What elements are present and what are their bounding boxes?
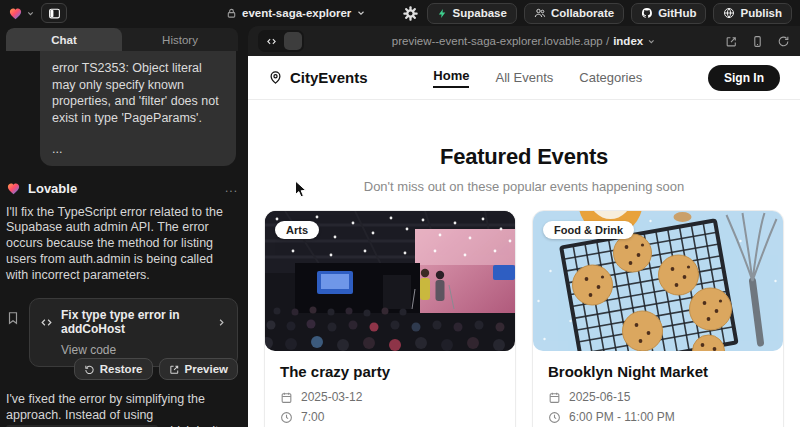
event-card[interactable]: Food & Drink Brooklyn Night Market 2025-… bbox=[532, 210, 784, 427]
event-title: The crazy party bbox=[280, 363, 500, 380]
people-icon bbox=[534, 7, 546, 19]
supabase-label: Supabase bbox=[453, 7, 507, 19]
code-icon bbox=[40, 316, 53, 329]
section-subtitle: Don't miss out on these popular events h… bbox=[248, 179, 800, 194]
site-nav: Home All Events Categories bbox=[433, 68, 642, 88]
supabase-bolt-icon bbox=[437, 8, 448, 19]
github-icon bbox=[641, 7, 653, 19]
publish-button[interactable]: Publish bbox=[713, 3, 792, 24]
chat-sidebar: Chat History error TS2353: Object litera… bbox=[0, 26, 244, 427]
supabase-button[interactable]: Supabase bbox=[427, 3, 517, 24]
calendar-icon bbox=[548, 391, 561, 404]
assistant-intro-text: I'll fix the TypeScript error related to… bbox=[6, 205, 238, 284]
code-preview-toggle[interactable] bbox=[258, 30, 304, 52]
panel-icon bbox=[48, 7, 61, 20]
toggle-sidebar-button[interactable] bbox=[41, 3, 67, 23]
collaborate-button[interactable]: Collaborate bbox=[524, 3, 624, 24]
restore-label: Restore bbox=[100, 363, 143, 375]
user-message-bubble: error TS2353: Object literal may only sp… bbox=[40, 51, 236, 166]
event-time: 7:00 bbox=[301, 410, 324, 424]
preview-label: Preview bbox=[185, 363, 228, 375]
nav-home[interactable]: Home bbox=[433, 68, 469, 88]
category-badge: Arts bbox=[275, 221, 319, 239]
bookmark-icon[interactable] bbox=[6, 311, 20, 367]
event-image-conference: Arts bbox=[265, 211, 515, 351]
lovable-logo-menu[interactable] bbox=[8, 6, 35, 21]
section-title: Featured Events bbox=[248, 144, 800, 170]
external-link-icon bbox=[169, 364, 180, 375]
restore-button[interactable]: Restore bbox=[74, 358, 153, 380]
event-date: 2025-03-12 bbox=[301, 390, 362, 404]
github-button[interactable]: GitHub bbox=[631, 3, 706, 24]
url-host: preview--event-saga-explorer.lovable.app… bbox=[392, 35, 609, 47]
tab-chat[interactable]: Chat bbox=[6, 28, 122, 51]
assistant-name: Lovable bbox=[28, 181, 77, 196]
user-message-text: error TS2353: Object literal may only sp… bbox=[52, 60, 224, 126]
code-change-title: Fix type type error in addCoHost bbox=[61, 308, 208, 336]
calendar-icon bbox=[280, 391, 293, 404]
preview-change-button[interactable]: Preview bbox=[159, 358, 238, 380]
featured-events-section: Featured Events Don't miss out on these … bbox=[248, 100, 800, 194]
app-topbar: event-saga-explorer bbox=[0, 0, 800, 26]
preview-url[interactable]: preview--event-saga-explorer.lovable.app… bbox=[392, 35, 656, 47]
chevron-right-icon bbox=[216, 317, 227, 328]
lock-icon bbox=[226, 8, 237, 19]
site-brand[interactable]: CityEvents bbox=[268, 69, 368, 86]
chevron-down-icon bbox=[26, 9, 35, 18]
gear-icon bbox=[403, 6, 418, 21]
project-name: event-saga-explorer bbox=[242, 7, 351, 19]
mobile-view-button[interactable] bbox=[751, 35, 764, 48]
settings-button[interactable] bbox=[401, 4, 420, 23]
chevron-down-icon bbox=[356, 8, 366, 18]
event-card[interactable]: Arts The crazy party 2025-03-12 bbox=[264, 210, 516, 427]
site-header: CityEvents Home All Events Categories Si… bbox=[248, 56, 800, 100]
sign-in-button[interactable]: Sign In bbox=[708, 65, 780, 91]
refresh-button[interactable] bbox=[777, 35, 790, 48]
view-code-link[interactable]: View code bbox=[61, 343, 227, 357]
collaborate-label: Collaborate bbox=[551, 7, 614, 19]
location-pin-icon bbox=[268, 70, 283, 85]
code-change-card[interactable]: Fix type type error in addCoHost View co… bbox=[29, 298, 238, 367]
category-badge: Food & Drink bbox=[543, 221, 634, 239]
event-date: 2025-06-15 bbox=[569, 390, 630, 404]
tab-history[interactable]: History bbox=[122, 28, 238, 51]
clock-icon bbox=[280, 411, 293, 424]
assistant-outro-text: I've fixed the error by simplifying the … bbox=[6, 392, 238, 427]
assistant-header: Lovable ... bbox=[6, 181, 238, 196]
clock-icon bbox=[548, 411, 561, 424]
url-page: index bbox=[613, 35, 643, 47]
project-switcher[interactable]: event-saga-explorer bbox=[226, 0, 366, 26]
event-title: Brooklyn Night Market bbox=[548, 363, 768, 380]
code-icon bbox=[260, 32, 282, 50]
publish-label: Publish bbox=[740, 7, 782, 19]
github-label: GitHub bbox=[658, 7, 696, 19]
preview-pane: preview--event-saga-explorer.lovable.app… bbox=[248, 26, 800, 427]
message-ellipsis: ... bbox=[52, 141, 224, 158]
lovable-heart-icon bbox=[6, 181, 21, 196]
globe-icon bbox=[723, 7, 735, 19]
preview-toolbar: preview--event-saga-explorer.lovable.app… bbox=[248, 26, 800, 56]
toggle-knob bbox=[284, 32, 302, 50]
outro-part: I've fixed the error by simplifying the … bbox=[6, 392, 205, 422]
nav-all-events[interactable]: All Events bbox=[495, 70, 553, 85]
chevron-down-icon bbox=[647, 37, 656, 46]
nav-categories[interactable]: Categories bbox=[579, 70, 642, 85]
site-preview: CityEvents Home All Events Categories Si… bbox=[248, 56, 800, 427]
chat-history-tabs: Chat History bbox=[6, 28, 238, 51]
lovable-heart-icon bbox=[8, 6, 23, 21]
site-brand-name: CityEvents bbox=[290, 69, 368, 86]
event-image-cookies: Food & Drink bbox=[533, 211, 783, 351]
message-menu-button[interactable]: ... bbox=[225, 181, 238, 195]
event-time: 6:00 PM - 11:00 PM bbox=[569, 410, 675, 424]
restore-icon bbox=[84, 364, 95, 375]
open-in-new-tab-button[interactable] bbox=[725, 35, 738, 48]
event-card-grid: Arts The crazy party 2025-03-12 bbox=[264, 210, 784, 427]
